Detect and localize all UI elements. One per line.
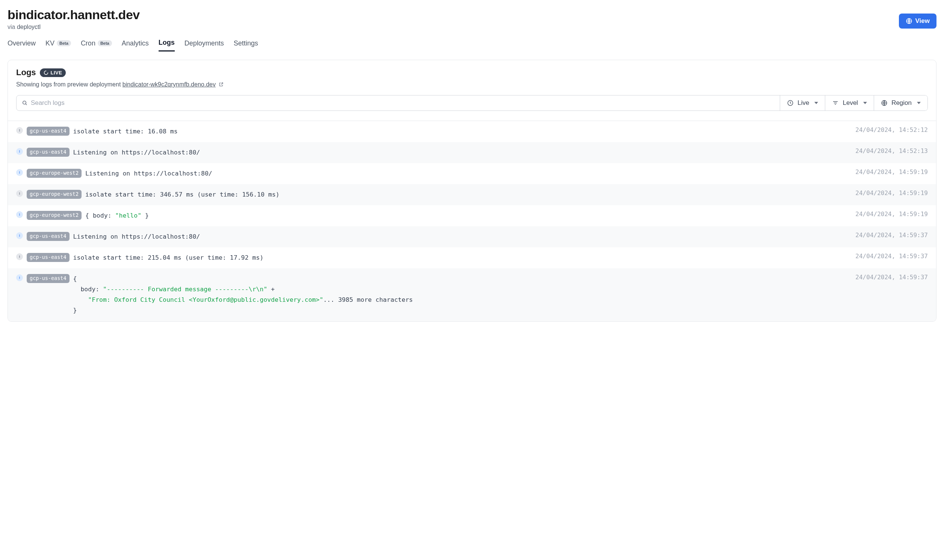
filter-bar: Live Level Region: [16, 95, 928, 111]
log-row[interactable]: !gcp-europe-west2isolate start time: 346…: [8, 184, 936, 205]
region-tag: gcp-us-east4: [27, 253, 69, 262]
debug-level-icon: !: [16, 127, 23, 134]
svg-line-2: [26, 104, 27, 105]
log-message: Listening on https://localhost:80/: [73, 147, 850, 158]
spinner-icon: [44, 70, 48, 75]
region-tag: gcp-us-east4: [27, 274, 69, 283]
beta-badge: Beta: [98, 40, 112, 46]
log-row[interactable]: !gcp-us-east4isolate start time: 16.08 m…: [8, 121, 936, 142]
tab-label: Overview: [8, 40, 36, 47]
tab-overview[interactable]: Overview: [8, 39, 36, 51]
live-filter-label: Live: [798, 99, 809, 107]
tab-analytics[interactable]: Analytics: [122, 39, 149, 51]
tab-logs[interactable]: Logs: [158, 39, 175, 51]
view-button-label: View: [915, 17, 930, 25]
search-wrap: [17, 95, 780, 111]
log-timestamp: 24/04/2024, 14:59:19: [855, 168, 928, 175]
log-timestamp: 24/04/2024, 14:59:37: [855, 232, 928, 238]
log-message: isolate start time: 16.08 ms: [73, 126, 850, 137]
tab-label: Cron: [81, 40, 95, 47]
region-tag: gcp-europe-west2: [27, 169, 81, 178]
level-filter[interactable]: Level: [825, 95, 874, 111]
live-filter[interactable]: Live: [780, 95, 825, 111]
info-level-icon: !: [16, 232, 23, 239]
tab-label: Settings: [234, 40, 258, 47]
search-input[interactable]: [28, 95, 775, 111]
via-value: deployctl: [17, 24, 41, 30]
tab-label: Analytics: [122, 40, 149, 47]
info-level-icon: !: [16, 148, 23, 155]
tabs: OverviewKVBetaCronBetaAnalyticsLogsDeplo…: [8, 39, 936, 51]
tab-cron[interactable]: CronBeta: [81, 39, 112, 51]
log-row[interactable]: !gcp-europe-west2Listening on https://lo…: [8, 163, 936, 184]
chevron-down-icon: [863, 102, 867, 104]
page-subtitle: via deployctl: [8, 24, 140, 31]
log-message: isolate start time: 346.57 ms (user time…: [85, 189, 849, 200]
region-tag: gcp-us-east4: [27, 232, 69, 241]
log-message: { body: "hello" }: [85, 211, 849, 221]
tab-label: KV: [46, 40, 54, 47]
debug-level-icon: !: [16, 253, 23, 260]
tab-settings[interactable]: Settings: [234, 39, 258, 51]
region-tag: gcp-europe-west2: [27, 190, 81, 199]
logs-panel: Logs LIVE Showing logs from preview depl…: [8, 60, 936, 322]
log-message: { body: "---------- Forwarded message --…: [73, 274, 850, 316]
globe-icon: [906, 18, 912, 25]
log-timestamp: 24/04/2024, 14:59:37: [855, 274, 928, 281]
log-timestamp: 24/04/2024, 14:59:37: [855, 252, 928, 260]
deployment-link[interactable]: bindicator-wk9c2qrynmfb.deno.dev: [123, 81, 216, 88]
tab-kv[interactable]: KVBeta: [46, 39, 71, 51]
log-message: Listening on https://localhost:80/: [73, 232, 850, 242]
via-prefix: via: [8, 24, 15, 30]
log-message: Listening on https://localhost:80/: [85, 168, 849, 179]
tab-label: Logs: [158, 39, 175, 47]
tab-label: Deployments: [184, 40, 224, 47]
region-tag: gcp-europe-west2: [27, 211, 81, 220]
info-level-icon: !: [16, 169, 23, 176]
debug-level-icon: !: [16, 190, 23, 197]
log-row[interactable]: !gcp-us-east4{ body: "---------- Forward…: [8, 268, 936, 321]
info-level-icon: !: [16, 274, 23, 281]
chevron-down-icon: [814, 102, 818, 104]
search-icon: [22, 100, 28, 106]
log-list: !gcp-us-east4isolate start time: 16.08 m…: [8, 121, 936, 322]
external-link-icon: [219, 82, 224, 88]
log-timestamp: 24/04/2024, 14:52:12: [855, 126, 928, 134]
log-timestamp: 24/04/2024, 14:59:19: [855, 211, 928, 218]
log-message: isolate start time: 215.04 ms (user time…: [73, 252, 850, 263]
tab-deployments[interactable]: Deployments: [184, 39, 224, 51]
region-tag: gcp-us-east4: [27, 127, 69, 136]
filter-icon: [832, 100, 839, 106]
region-tag: gcp-us-east4: [27, 148, 69, 157]
live-badge-label: LIVE: [51, 70, 62, 75]
panel-title: Logs: [16, 68, 36, 77]
info-level-icon: !: [16, 211, 23, 218]
live-badge: LIVE: [40, 68, 66, 77]
log-timestamp: 24/04/2024, 14:52:13: [855, 147, 928, 154]
beta-badge: Beta: [57, 40, 71, 46]
svg-point-1: [23, 101, 26, 105]
view-button[interactable]: View: [899, 14, 936, 29]
globe-icon: [881, 100, 888, 106]
chevron-down-icon: [917, 102, 921, 104]
log-row[interactable]: !gcp-us-east4Listening on https://localh…: [8, 226, 936, 247]
panel-subtitle-prefix: Showing logs from preview deployment: [16, 81, 123, 88]
log-timestamp: 24/04/2024, 14:59:19: [855, 189, 928, 197]
region-filter[interactable]: Region: [874, 95, 927, 111]
page-title: bindicator.hannett.dev: [8, 8, 140, 22]
region-filter-label: Region: [892, 99, 912, 107]
log-row[interactable]: !gcp-us-east4Listening on https://localh…: [8, 142, 936, 163]
level-filter-label: Level: [843, 99, 858, 107]
log-row[interactable]: !gcp-europe-west2{ body: "hello" }24/04/…: [8, 205, 936, 226]
panel-subtitle: Showing logs from preview deployment bin…: [16, 81, 928, 88]
clock-icon: [787, 100, 794, 106]
log-row[interactable]: !gcp-us-east4isolate start time: 215.04 …: [8, 247, 936, 268]
